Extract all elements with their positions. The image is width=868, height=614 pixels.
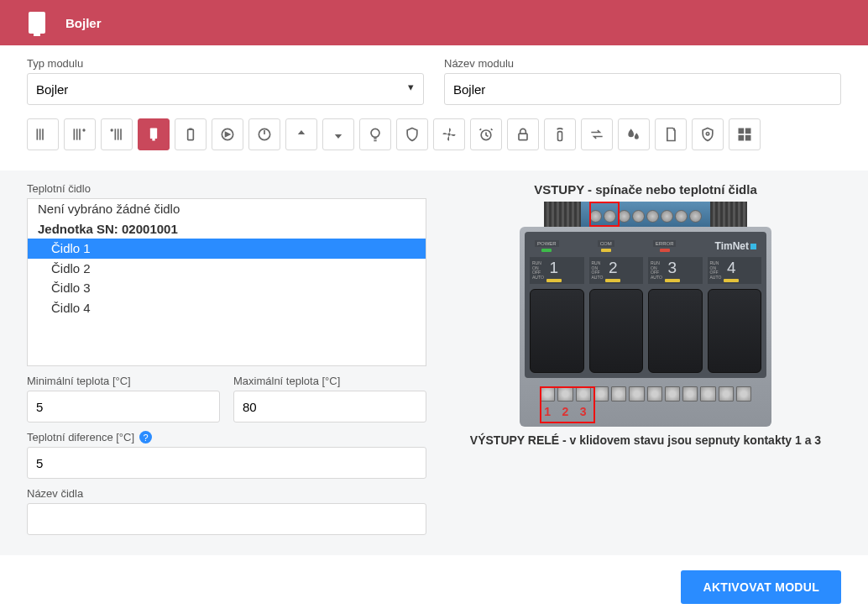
- module-type-down-icon[interactable]: [322, 118, 354, 150]
- device-brand: TimNet: [715, 240, 756, 252]
- device-switch-2: [589, 289, 644, 373]
- min-temp-label: Minimální teplota [°C]: [27, 375, 220, 387]
- content-area: Typ modulu Bojler Název modulu Teplotní …: [0, 45, 868, 555]
- din-rail-right-icon: [710, 202, 747, 227]
- module-type-alarm-icon[interactable]: [470, 118, 502, 150]
- module-name-input[interactable]: [444, 73, 841, 105]
- svg-rect-21: [558, 132, 562, 141]
- svg-rect-20: [519, 134, 527, 140]
- module-type-select[interactable]: Bojler: [27, 73, 424, 105]
- max-temp-input[interactable]: [233, 391, 426, 422]
- page-header: Bojler: [0, 0, 868, 45]
- device-switch-4: [708, 289, 762, 373]
- module-type-bars1-icon[interactable]: [27, 118, 59, 150]
- module-type-lock-icon[interactable]: [507, 118, 539, 150]
- module-type-power-icon[interactable]: [248, 118, 280, 150]
- device-switch-3: [648, 289, 703, 373]
- module-type-drops-icon[interactable]: [618, 118, 650, 150]
- error-led-label: ERROR: [653, 240, 677, 247]
- max-temp-label: Maximální teplota [°C]: [233, 375, 426, 387]
- diff-input[interactable]: [27, 447, 426, 479]
- sensor-option-4[interactable]: Čidlo 4: [28, 298, 426, 318]
- module-type-pump-icon[interactable]: [212, 118, 243, 150]
- help-icon[interactable]: ?: [139, 431, 152, 443]
- svg-rect-23: [739, 129, 745, 134]
- din-rail-left-icon: [544, 202, 581, 227]
- svg-rect-25: [739, 135, 745, 141]
- sensor-name-label: Název čidla: [27, 487, 426, 500]
- module-type-boiler-icon[interactable]: [138, 118, 170, 150]
- channel-4: RUNONOFFAUTO4: [708, 257, 762, 284]
- svg-rect-4: [76, 129, 78, 139]
- module-type-grid-icon[interactable]: [729, 118, 761, 150]
- sensor-option-1[interactable]: Čidlo 1: [28, 239, 426, 259]
- outputs-title: VÝSTUPY RELÉ - v klidovem stavu jsou sep…: [450, 433, 841, 447]
- svg-rect-9: [120, 129, 122, 139]
- min-temp-input[interactable]: [27, 391, 220, 422]
- svg-rect-1: [39, 129, 41, 139]
- svg-rect-5: [79, 129, 81, 139]
- module-type-battery-icon[interactable]: [175, 118, 207, 150]
- svg-point-18: [447, 133, 450, 135]
- channel-1: RUNONOFFAUTO1: [530, 257, 584, 284]
- svg-rect-12: [152, 139, 154, 141]
- device-diagram: POWER COM ERROR: [520, 202, 771, 427]
- module-type-remote-icon[interactable]: [544, 118, 576, 150]
- module-type-bulb-icon[interactable]: [359, 118, 391, 150]
- svg-rect-3: [74, 129, 76, 139]
- svg-rect-13: [188, 129, 194, 140]
- com-led-icon: [601, 249, 611, 252]
- module-type-sdcard-icon[interactable]: [655, 118, 687, 150]
- activate-module-button[interactable]: AKTIVOVAT MODUL: [681, 570, 841, 604]
- diff-label: Teplotní diference [°C] ?: [27, 431, 426, 443]
- svg-rect-0: [37, 129, 39, 139]
- module-type-swap-icon[interactable]: [581, 118, 613, 150]
- svg-point-17: [371, 129, 379, 137]
- svg-point-10: [111, 129, 113, 131]
- svg-rect-7: [115, 129, 117, 139]
- boiler-icon: [29, 12, 45, 34]
- unit-header: Jednotka SN: 02001001: [28, 219, 426, 239]
- inputs-title: VSTUPY - spínače nebo teplotní čidla: [450, 182, 841, 197]
- channel-3: RUNONOFFAUTO3: [648, 257, 703, 284]
- module-name-label: Název modulu: [444, 57, 841, 70]
- svg-point-6: [82, 129, 85, 131]
- svg-rect-2: [42, 129, 44, 139]
- module-type-shield2-icon[interactable]: [692, 118, 724, 150]
- page-title: Bojler: [65, 16, 102, 30]
- channel-2: RUNONOFFAUTO2: [589, 257, 644, 284]
- power-led-icon: [541, 249, 552, 252]
- error-led-icon: [660, 249, 670, 252]
- sensor-option-3[interactable]: Čidlo 3: [28, 278, 426, 298]
- sensor-label: Teplotní čidlo: [27, 182, 426, 195]
- module-type-label: Typ modulu: [27, 57, 424, 70]
- sensor-none-option[interactable]: Není vybráno žádné čidlo: [28, 199, 426, 219]
- sensor-option-2[interactable]: Čidlo 2: [28, 259, 426, 279]
- com-led-label: COM: [598, 240, 614, 247]
- svg-rect-24: [745, 129, 751, 134]
- svg-rect-26: [745, 135, 751, 141]
- output-highlight: [540, 386, 595, 423]
- module-type-bars2-icon[interactable]: [64, 118, 96, 150]
- module-type-fan-icon[interactable]: [433, 118, 465, 150]
- sensor-name-input[interactable]: [27, 503, 426, 535]
- module-type-up-icon[interactable]: [285, 118, 317, 150]
- power-led-label: POWER: [535, 240, 559, 247]
- icon-row: [27, 118, 841, 150]
- svg-point-22: [706, 133, 709, 135]
- sensor-listbox[interactable]: Není vybráno žádné čidloJednotka SN: 020…: [27, 198, 426, 366]
- svg-rect-8: [118, 129, 119, 139]
- module-type-shield1-icon[interactable]: [396, 118, 428, 150]
- svg-rect-11: [150, 129, 157, 139]
- device-switch-1: [530, 289, 584, 373]
- svg-rect-14: [189, 129, 191, 130]
- footer-bar: AKTIVOVAT MODUL: [0, 555, 868, 614]
- input-terminals: [581, 202, 710, 227]
- module-type-bars3-icon[interactable]: [101, 118, 133, 150]
